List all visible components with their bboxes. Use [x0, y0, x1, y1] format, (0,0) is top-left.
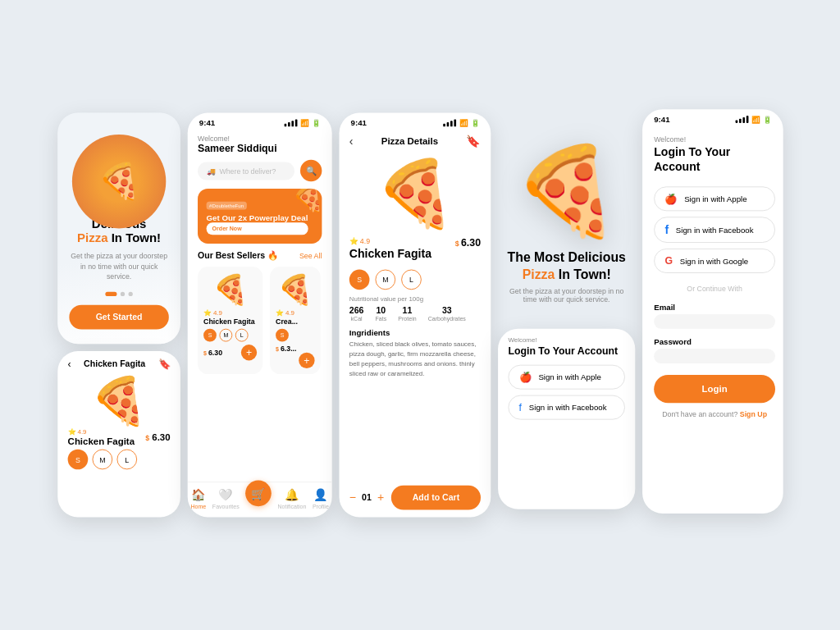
wifi-icon: 📶: [299, 119, 308, 127]
promo-banner[interactable]: #DoubletheFun Get Our 2x Powerplay Deal …: [198, 189, 322, 244]
nav-home[interactable]: 🏠 Home: [190, 488, 206, 509]
best-sellers-header: Our Best Sellers 🔥 See All: [187, 251, 331, 267]
search-row: 🚚 Where to deliver? 🔍: [187, 160, 331, 189]
detail-size-l[interactable]: L: [401, 270, 422, 290]
signup-link[interactable]: Sign Up: [739, 410, 766, 418]
cart-icon[interactable]: 🛒: [245, 481, 272, 507]
password-input[interactable]: [654, 349, 775, 363]
pizza-3d-subtitle: Get the pizza at your doorstep in no tim…: [498, 287, 635, 303]
bookmark-button[interactable]: 🔖: [466, 135, 481, 148]
size-m[interactable]: M: [92, 450, 112, 470]
apple-login-button[interactable]: 🍎 Sign in with Apple: [654, 186, 775, 211]
status-bar-detail: 9:41 📶 🔋: [339, 113, 491, 130]
pizza-grid: 🍕 ⭐ 4.9 Chicken Fagita S M L $ 6.30 +: [187, 267, 331, 374]
see-all-link[interactable]: See All: [299, 252, 321, 260]
facebook-login-button[interactable]: f Sign in with Facebook: [654, 217, 775, 243]
battery-icon: 🔋: [312, 119, 321, 127]
wifi-icon-login: 📶: [751, 116, 760, 124]
add-to-cart-2[interactable]: +: [299, 353, 314, 368]
search-box[interactable]: 🚚 Where to deliver?: [198, 162, 294, 180]
detail-size-s[interactable]: S: [349, 270, 369, 290]
detail-size-m[interactable]: M: [375, 270, 395, 290]
bell-icon: 🔔: [285, 488, 299, 502]
divider-text: Or Continue With: [654, 285, 775, 293]
pizza-3d-title: The Most Delicious Pizza In Town!: [507, 249, 625, 283]
size-s-2[interactable]: S: [276, 329, 289, 342]
nav-favourites[interactable]: 🤍 Favourites: [212, 488, 239, 509]
qty-decrease[interactable]: −: [349, 491, 355, 504]
google-logo-icon: G: [664, 255, 673, 267]
nav-profile[interactable]: 👤 Profile: [312, 488, 328, 509]
battery-icon-login: 🔋: [763, 116, 772, 124]
detail-header: ‹ Pizza Details 🔖: [339, 130, 491, 156]
nutrition-carbs: 33 Carbohydrates: [427, 306, 465, 322]
user-name: Sameer Siddiqui: [198, 143, 322, 154]
login-card-partial: Welcome! Login To Your Account 🍎 Sign in…: [498, 329, 635, 509]
size-m-1[interactable]: M: [219, 329, 232, 342]
ingredients-label: Ingridients: [349, 328, 480, 337]
get-started-button[interactable]: Get Started: [69, 305, 168, 330]
pizza-name-2: Crea...: [276, 318, 315, 326]
dot-2: [120, 292, 124, 296]
welcome-text: Welcome!: [198, 135, 322, 143]
add-to-cart-1[interactable]: +: [240, 345, 256, 360]
time: 9:41: [199, 119, 214, 128]
size-l-1[interactable]: L: [235, 329, 248, 342]
banner-pizza-image: 🍕: [292, 189, 322, 213]
login-button[interactable]: Login: [654, 375, 775, 403]
add-to-cart-button[interactable]: Add to Cart: [390, 486, 480, 510]
apple-login-partial[interactable]: 🍎 Sign in with Apple: [508, 365, 625, 390]
pizza-price-1: $ 6.30: [203, 349, 222, 357]
facebook-login-partial[interactable]: f Sign in with Facebook: [508, 395, 625, 420]
banner-cta[interactable]: Order Now: [206, 223, 308, 235]
add-to-cart-row: − 01 + Add to Cart: [339, 477, 491, 517]
back-button[interactable]: ‹: [349, 135, 353, 148]
home-icon: 🏠: [191, 488, 206, 502]
col-2: 9:41 📶 🔋 Welcome! Sameer Siddiqui 🚚 Wher…: [187, 113, 331, 518]
size-l[interactable]: L: [116, 450, 137, 470]
home-card: 9:41 📶 🔋 Welcome! Sameer Siddiqui 🚚 Wher…: [187, 113, 331, 518]
pizza-hero-image: 🍕: [71, 135, 165, 228]
section-title: Our Best Sellers 🔥: [198, 251, 278, 261]
ingredients-text: Chicken, sliced black olives, tomato sau…: [349, 340, 480, 379]
pizza-price-2: $ 6.3...: [276, 345, 315, 353]
pizza-item-2[interactable]: 🍕 ⭐ 4.9 Crea... S $ 6.3... +: [270, 267, 321, 374]
battery-icon-detail: 🔋: [470, 119, 479, 127]
email-input[interactable]: [654, 314, 775, 329]
pizza-name-1: Chicken Fagita: [203, 318, 257, 326]
col-5: 9:41 📶 🔋 Welcome! Login To Your Account …: [642, 109, 783, 521]
nutrition-calories: 266 kCal: [349, 306, 363, 322]
size-s[interactable]: S: [67, 450, 88, 470]
detail-title-partial: Chicken Fagita: [84, 359, 145, 369]
pizza-image-1: 🍕: [203, 272, 257, 306]
col-4: 🍕 The Most Delicious Pizza In Town! Get …: [498, 121, 635, 509]
pagination-dots: [105, 292, 132, 296]
wifi-icon-detail: 📶: [459, 119, 468, 127]
pizza-item-1[interactable]: 🍕 ⭐ 4.9 Chicken Fagita S M L $ 6.30 +: [198, 267, 262, 374]
nav-cart[interactable]: 🛒: [245, 492, 272, 507]
pizza-name-partial: Chicken Fagita: [67, 436, 134, 446]
login-card: 9:41 📶 🔋 Welcome! Login To Your Account …: [642, 109, 783, 514]
app-container: 🍕 The Most Delicious Pizza In Town! Get …: [57, 109, 783, 521]
google-login-button[interactable]: G Sign in with Google: [654, 249, 775, 273]
password-label: Password: [654, 337, 775, 346]
bookmark-icon[interactable]: 🔖: [158, 358, 170, 370]
bottom-nav: 🏠 Home 🤍 Favourites 🛒 🔔 Notification 👤 P…: [187, 482, 331, 517]
status-bar: 9:41 📶 🔋: [187, 113, 331, 130]
banner-tag: #DoubletheFun: [206, 202, 246, 210]
time-detail: 9:41: [350, 119, 366, 128]
size-s-1[interactable]: S: [203, 329, 217, 342]
search-button[interactable]: 🔍: [299, 160, 321, 181]
apple-icon: 🍎: [518, 372, 531, 383]
detail-price: $ 6.30: [454, 237, 480, 249]
back-icon[interactable]: ‹: [67, 358, 71, 370]
nav-notification[interactable]: 🔔 Notification: [277, 488, 306, 509]
login-form: Welcome! Login To Your Account 🍎 Sign in…: [642, 126, 783, 514]
apple-logo-icon: 🍎: [664, 193, 677, 204]
truck-icon: 🚚: [206, 167, 215, 175]
col-3: 9:41 📶 🔋 ‹ Pizza Details 🔖 🍕 ⭐: [339, 113, 491, 518]
pizza-price-partial: $ 6.30: [145, 432, 170, 443]
search-placeholder: Where to deliver?: [219, 167, 276, 175]
qty-increase[interactable]: +: [377, 491, 383, 504]
pizza-3d-image: 🍕: [512, 140, 620, 242]
